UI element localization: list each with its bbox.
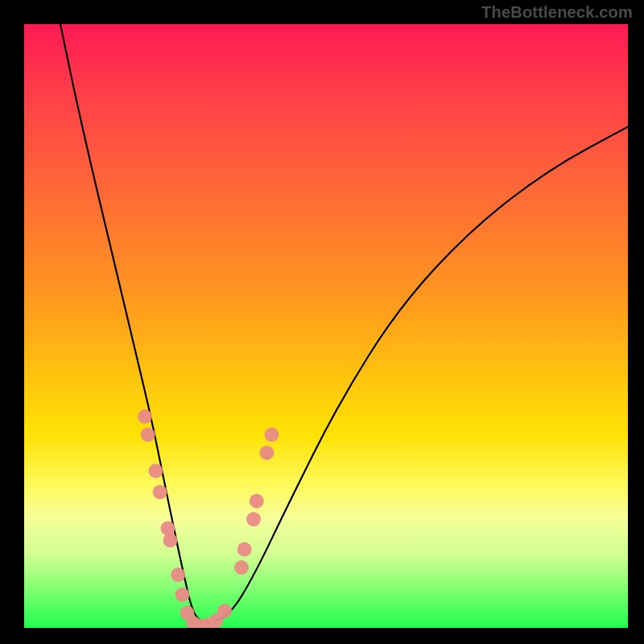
curve-layer [24, 24, 628, 628]
data-marker [153, 485, 167, 499]
data-marker [265, 427, 279, 442]
data-marker [217, 604, 232, 618]
data-marker [180, 605, 195, 620]
data-marker [209, 613, 224, 628]
data-marker [171, 568, 185, 582]
data-marker [246, 512, 261, 526]
data-marker [138, 410, 152, 424]
watermark-text: TheBottleneck.com [481, 3, 633, 22]
data-marker [201, 617, 216, 628]
data-marker [234, 560, 249, 575]
marker-group [138, 410, 279, 629]
data-marker [149, 464, 163, 478]
data-marker [186, 616, 200, 628]
chart-stage: TheBottleneck.com [0, 0, 644, 644]
data-marker [237, 543, 252, 557]
data-marker [163, 533, 178, 547]
data-marker [260, 446, 275, 460]
bottleneck-curve [60, 24, 628, 622]
data-marker [141, 427, 155, 442]
data-marker [250, 494, 264, 509]
data-marker [193, 619, 208, 628]
data-marker [175, 588, 190, 602]
data-marker [161, 521, 175, 535]
plot-area [24, 24, 628, 628]
